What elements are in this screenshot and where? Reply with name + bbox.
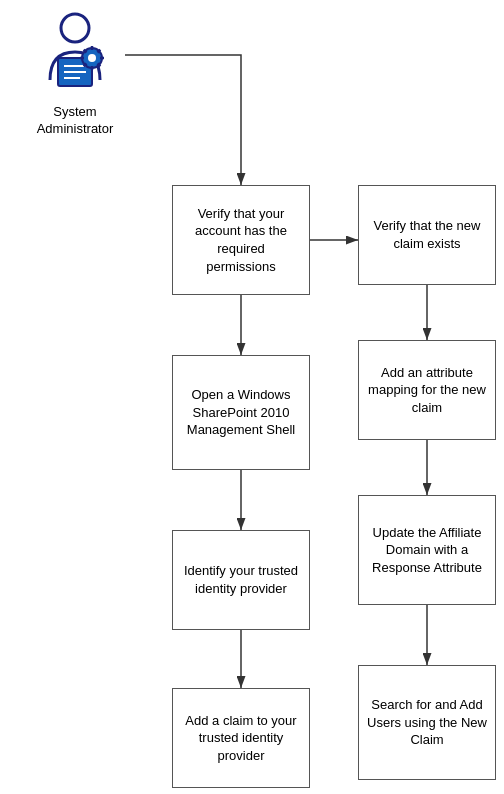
box-right-4-label: Search for and Add Users using the New C… — [367, 696, 487, 749]
box-right-1-label: Verify that the new claim exists — [367, 217, 487, 252]
actor: System Administrator — [20, 10, 130, 138]
box-right-4: Search for and Add Users using the New C… — [358, 665, 496, 780]
diagram-container: System Administrator Verify that your ac… — [0, 0, 504, 794]
box-left-2-label: Open a Windows SharePoint 2010 Managemen… — [181, 386, 301, 439]
system-administrator-icon — [30, 10, 120, 100]
actor-label: System Administrator — [20, 104, 130, 138]
box-left-2: Open a Windows SharePoint 2010 Managemen… — [172, 355, 310, 470]
box-left-1: Verify that your account has the require… — [172, 185, 310, 295]
box-left-4: Add a claim to your trusted identity pro… — [172, 688, 310, 788]
box-right-2-label: Add an attribute mapping for the new cla… — [367, 364, 487, 417]
box-left-1-label: Verify that your account has the require… — [181, 205, 301, 275]
box-right-3-label: Update the Affiliate Domain with a Respo… — [367, 524, 487, 577]
box-left-4-label: Add a claim to your trusted identity pro… — [181, 712, 301, 765]
box-left-3-label: Identify your trusted identity provider — [181, 562, 301, 597]
box-left-3: Identify your trusted identity provider — [172, 530, 310, 630]
box-right-2: Add an attribute mapping for the new cla… — [358, 340, 496, 440]
svg-point-6 — [88, 54, 96, 62]
box-right-3: Update the Affiliate Domain with a Respo… — [358, 495, 496, 605]
box-right-1: Verify that the new claim exists — [358, 185, 496, 285]
svg-point-0 — [61, 14, 89, 42]
